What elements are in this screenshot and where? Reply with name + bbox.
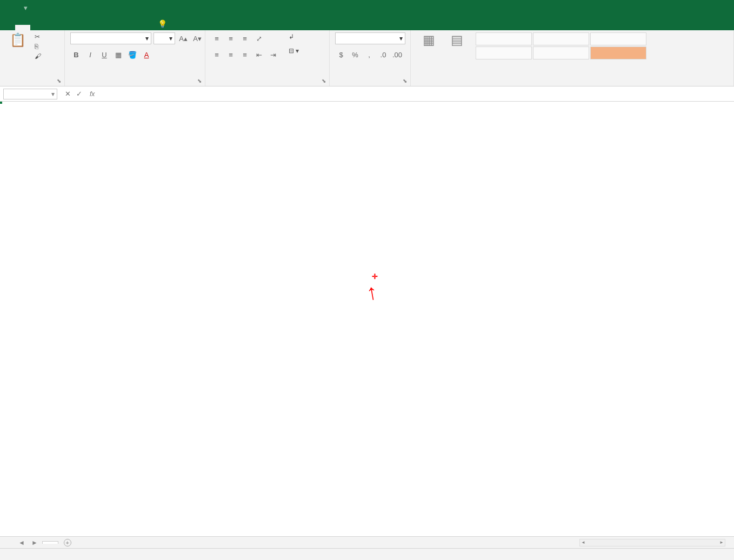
italic-button[interactable]: I	[84, 49, 96, 61]
merge-center-button[interactable]: ⊟ ▾	[288, 46, 300, 55]
dialog-launcher-icon[interactable]: ⬊	[197, 78, 202, 84]
table-format-icon: ▤	[451, 32, 463, 48]
group-font: ▾ ▾ A▴ A▾ B I U ▦ 🪣 A ⬊	[65, 30, 205, 86]
new-sheet-button[interactable]: +	[64, 539, 71, 546]
indent-decrease-icon[interactable]: ⇤	[253, 49, 265, 61]
style-good[interactable]	[590, 32, 646, 45]
tab-view[interactable]	[106, 25, 121, 30]
sheet-tab-bar: ◄ ► +	[0, 536, 734, 548]
formula-bar: ▾ ✕ ✓ fx	[0, 86, 734, 102]
paste-button[interactable]: 📋	[5, 32, 30, 49]
group-label-styles	[416, 84, 728, 85]
bold-button[interactable]: B	[70, 49, 82, 61]
tab-review[interactable]	[91, 25, 106, 30]
dialog-launcher-icon[interactable]: ⬊	[322, 78, 326, 84]
comma-format-icon[interactable]: ,	[363, 49, 375, 61]
decrease-decimal-icon[interactable]: .00	[391, 49, 403, 61]
group-styles: ▦ ▤	[411, 30, 734, 86]
sheet-tab-active[interactable]	[42, 541, 58, 544]
dialog-launcher-icon[interactable]: ⬊	[57, 78, 61, 84]
style-calculation[interactable]	[533, 46, 589, 59]
indent-increase-icon[interactable]: ⇥	[267, 49, 279, 61]
increase-decimal-icon[interactable]: .0	[377, 49, 389, 61]
formula-input[interactable]	[100, 90, 734, 98]
fill-color-button[interactable]: 🪣	[126, 49, 138, 61]
sheet-nav-prev-icon[interactable]: ◄	[16, 539, 27, 546]
format-as-table-button[interactable]: ▤	[444, 32, 469, 49]
font-size-combo[interactable]: ▾	[154, 32, 175, 44]
font-name-combo[interactable]: ▾	[70, 32, 151, 44]
format-painter-button[interactable]: 🖌	[34, 52, 42, 61]
confirm-edit-icon[interactable]: ✓	[76, 90, 82, 98]
tab-file[interactable]	[0, 25, 15, 30]
group-alignment: ≡ ≡ ≡ ⤢ ≡ ≡ ≡ ⇤ ⇥ ↲ ⊟ ▾ ⬊	[205, 30, 330, 86]
number-format-combo[interactable]: ▾	[335, 32, 405, 44]
align-left-icon[interactable]: ≡	[211, 49, 223, 61]
accounting-format-icon[interactable]: $	[335, 49, 347, 61]
align-top-icon[interactable]: ≡	[211, 32, 223, 44]
sheet-nav-next-icon[interactable]: ►	[29, 539, 40, 546]
name-box[interactable]: ▾	[3, 89, 57, 99]
wrap-text-button[interactable]: ↲	[288, 32, 300, 41]
ribbon-tabs: 💡	[0, 15, 734, 30]
increase-font-icon[interactable]: A▴	[177, 32, 189, 44]
tab-home[interactable]	[15, 25, 30, 30]
quick-access-toolbar: ▾	[4, 4, 28, 12]
tab-help[interactable]	[121, 25, 136, 30]
style-neutral[interactable]	[476, 46, 532, 59]
style-bad[interactable]	[533, 32, 589, 45]
status-bar	[0, 548, 734, 560]
customize-qat-icon[interactable]: ▾	[24, 4, 28, 12]
cursor-crosshair-icon: ✛	[372, 272, 377, 278]
align-middle-icon[interactable]: ≡	[225, 32, 237, 44]
dialog-launcher-icon[interactable]: ⬊	[403, 78, 407, 84]
decrease-font-icon[interactable]: A▾	[191, 32, 203, 44]
cut-button[interactable]: ✂	[34, 32, 42, 41]
group-clipboard: 📋 ✂ ⎘ 🖌 ⬊	[0, 30, 65, 86]
tab-formulas[interactable]	[61, 25, 76, 30]
group-label-alignment: ⬊	[211, 84, 324, 85]
tab-insert[interactable]	[30, 25, 45, 30]
tab-data[interactable]	[76, 25, 91, 30]
horizontal-scrollbar[interactable]	[579, 539, 725, 546]
align-right-icon[interactable]: ≡	[239, 49, 251, 61]
group-label-font: ⬊	[70, 84, 199, 85]
tell-me-search[interactable]: 💡	[151, 17, 177, 30]
style-normal[interactable]	[476, 32, 532, 45]
bulb-icon: 💡	[158, 19, 167, 28]
copy-button[interactable]: ⎘	[34, 42, 42, 51]
conditional-format-button[interactable]: ▦	[416, 32, 441, 49]
annotation-arrow-icon: ↑	[364, 279, 379, 305]
conditional-format-icon: ▦	[423, 32, 435, 48]
paste-icon: 📋	[10, 32, 26, 48]
ribbon: 📋 ✂ ⎘ 🖌 ⬊ ▾ ▾ A▴ A▾ B I U ▦	[0, 30, 734, 86]
group-label-number: ⬊	[335, 84, 405, 85]
font-color-button[interactable]: A	[141, 49, 152, 61]
worksheet-grid[interactable]: ✛ ↑	[0, 102, 734, 536]
group-label-clipboard: ⬊	[5, 84, 59, 85]
group-number: ▾ $ % , .0 .00 ⬊	[330, 30, 411, 86]
cancel-edit-icon[interactable]: ✕	[65, 90, 71, 98]
fx-icon[interactable]: fx	[90, 90, 95, 98]
border-button[interactable]: ▦	[112, 49, 124, 61]
orientation-icon[interactable]: ⤢	[253, 32, 265, 44]
align-center-icon[interactable]: ≡	[225, 49, 237, 61]
style-check-cell[interactable]	[590, 46, 646, 59]
tab-pdf-tools[interactable]	[136, 25, 151, 30]
tab-page-layout[interactable]	[45, 25, 61, 30]
percent-format-icon[interactable]: %	[349, 49, 361, 61]
underline-button[interactable]: U	[98, 49, 110, 61]
title-bar: ▾	[0, 0, 734, 15]
align-bottom-icon[interactable]: ≡	[239, 32, 251, 44]
